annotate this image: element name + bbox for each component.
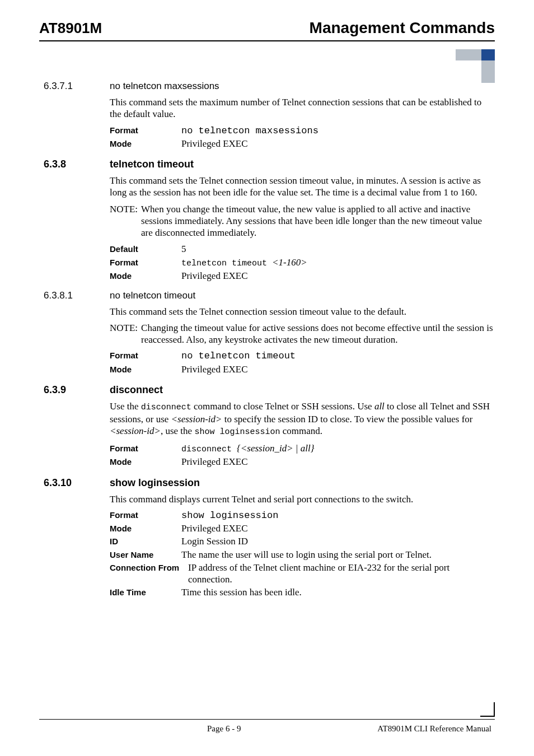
format-value: no telnetcon timeout	[181, 350, 296, 362]
format-row: Format disconnect {<session_id> | all}	[110, 442, 495, 455]
section-6-3-8-content: This command sets the Telnet connection …	[110, 175, 495, 282]
header-rule	[39, 40, 495, 41]
text: to specify the session ID to close. To v…	[222, 414, 473, 424]
format-mono: disconnect	[181, 445, 237, 454]
label-default: Default	[110, 244, 181, 254]
label-mode: Mode	[110, 365, 181, 374]
paragraph: This command sets the Telnet connection …	[110, 175, 495, 199]
mode-row: Mode Privileged EXEC	[110, 522, 495, 534]
footer-rule	[39, 719, 495, 720]
note-block: NOTE: Changing the timeout value for act…	[110, 322, 495, 346]
username-row: User Name The name the user will use to …	[110, 549, 495, 561]
text: command to close Telnet or SSH sessions.…	[191, 401, 374, 412]
section-number: 6.3.10	[44, 477, 110, 489]
note-label: NOTE:	[110, 203, 138, 239]
format-row: Format no telnetcon maxsessions	[110, 125, 495, 137]
section-title: no telnetcon maxsessions	[110, 81, 219, 92]
note-block: NOTE: When you change the timeout value,…	[110, 203, 495, 239]
page-header: AT8901M Management Commands	[39, 19, 495, 37]
mode-value: Privileged EXEC	[181, 522, 248, 534]
product-name: AT8901M	[39, 20, 102, 37]
section-6-3-9-heading: 6.3.9 disconnect	[44, 384, 495, 396]
text: Use the	[110, 401, 141, 412]
corner-mark	[480, 702, 495, 717]
mode-value: Privileged EXEC	[181, 456, 248, 468]
mode-row: Mode Privileged EXEC	[110, 456, 495, 468]
mode-value: Privileged EXEC	[181, 363, 248, 375]
inline-ital: <session-id>	[110, 426, 161, 436]
format-value: telnetcon timeout <1-160>	[181, 256, 307, 269]
label-format: Format	[110, 510, 181, 520]
section-6-3-8-1-heading: 6.3.8.1 no telnetcon timeout	[44, 290, 495, 301]
id-value: Login Session ID	[181, 535, 248, 547]
mode-value: Privileged EXEC	[181, 270, 248, 282]
label-format: Format	[110, 258, 181, 267]
username-value: The name the user will use to login usin…	[181, 549, 432, 561]
page-number: Page 6 - 9	[207, 724, 241, 734]
mode-row: Mode Privileged EXEC	[110, 138, 495, 150]
section-6-3-7-1-heading: 6.3.7.1 no telnetcon maxsessions	[44, 81, 495, 92]
label-idle-time: Idle Time	[110, 587, 181, 597]
paragraph: Use the disconnect command to close Teln…	[110, 400, 495, 438]
id-row: ID Login Session ID	[110, 535, 495, 547]
section-title: telnetcon timeout	[110, 158, 194, 170]
section-6-3-9-content: Use the disconnect command to close Teln…	[110, 400, 495, 468]
inline-cmd: disconnect	[141, 403, 191, 412]
format-mono: telnetcon timeout	[181, 259, 272, 268]
label-id: ID	[110, 536, 181, 546]
paragraph: This command displays current Telnet and…	[110, 493, 495, 505]
format-value: show loginsession	[181, 510, 278, 521]
chapter-title: Management Commands	[310, 19, 495, 37]
paragraph: This command sets the maximum number of …	[110, 96, 495, 120]
label-mode: Mode	[110, 457, 181, 466]
default-row: Default 5	[110, 243, 495, 255]
format-value: disconnect {<session_id> | all}	[181, 442, 315, 455]
label-mode: Mode	[110, 271, 181, 281]
mode-row: Mode Privileged EXEC	[110, 270, 495, 282]
section-title: no telnetcon timeout	[110, 290, 195, 301]
note-text: Changing the timeout value for active se…	[141, 322, 495, 346]
paragraph: This command sets the Telnet connection …	[110, 306, 495, 318]
mode-value: Privileged EXEC	[181, 138, 248, 150]
default-value: 5	[181, 243, 186, 255]
label-mode: Mode	[110, 524, 181, 533]
section-6-3-8-1-content: This command sets the Telnet connection …	[110, 306, 495, 375]
format-row: Format show loginsession	[110, 510, 495, 521]
format-arg: {<session_id> | all}	[237, 443, 315, 454]
section-number: 6.3.8	[44, 158, 110, 170]
inline-ital: <session-id>	[171, 414, 222, 424]
inline-ital: all	[374, 401, 385, 412]
section-number: 6.3.8.1	[44, 290, 110, 301]
text: , use the	[161, 426, 194, 436]
section-6-3-10-heading: 6.3.10 show loginsession	[44, 477, 495, 489]
page-footer: Page 6 - 9 AT8901M CLI Reference Manual	[39, 719, 495, 734]
note-text: When you change the timeout value, the n…	[141, 203, 495, 239]
format-value: no telnetcon maxsessions	[181, 125, 318, 137]
label-format: Format	[110, 444, 181, 453]
doc-title: AT8901M CLI Reference Manual	[377, 724, 491, 734]
corner-decoration	[456, 49, 495, 83]
format-row: Format no telnetcon timeout	[110, 350, 495, 362]
section-number: 6.3.7.1	[44, 81, 110, 92]
label-connection-from: Connection From	[110, 563, 188, 572]
section-6-3-8-heading: 6.3.8 telnetcon timeout	[44, 158, 495, 170]
section-title: show loginsession	[110, 477, 200, 489]
connection-from-value: IP address of the Telnet client machine …	[188, 562, 495, 586]
idle-time-row: Idle Time Time this session has been idl…	[110, 586, 495, 598]
section-6-3-10-content: This command displays current Telnet and…	[110, 493, 495, 599]
label-mode: Mode	[110, 139, 181, 148]
note-label: NOTE:	[110, 322, 138, 346]
label-format: Format	[110, 351, 181, 360]
label-username: User Name	[110, 550, 181, 559]
page-body: 6.3.7.1 no telnetcon maxsessions This co…	[44, 81, 495, 599]
text: command.	[280, 426, 322, 436]
label-format: Format	[110, 125, 181, 135]
section-title: disconnect	[110, 384, 163, 396]
connection-from-row: Connection From IP address of the Telnet…	[110, 562, 495, 586]
section-6-3-7-1-content: This command sets the maximum number of …	[110, 96, 495, 150]
mode-row: Mode Privileged EXEC	[110, 363, 495, 375]
inline-cmd: show loginsession	[194, 427, 280, 437]
section-number: 6.3.9	[44, 384, 110, 396]
format-arg: <1-160>	[272, 257, 307, 268]
page: AT8901M Management Commands 6.3.7.1 no t…	[0, 0, 534, 756]
